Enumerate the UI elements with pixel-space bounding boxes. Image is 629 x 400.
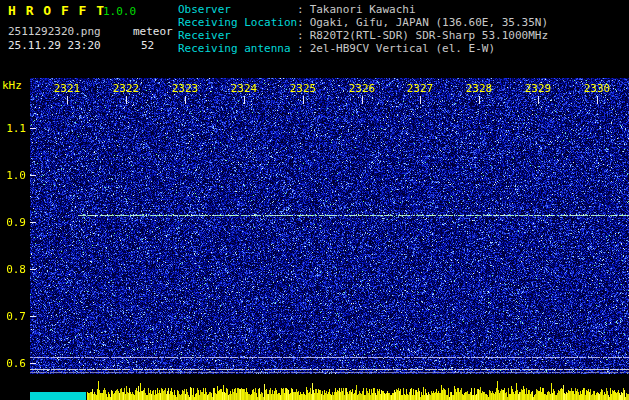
time-label: 2322 — [113, 82, 140, 95]
time-label: 2323 — [172, 82, 199, 95]
freq-tick — [30, 363, 36, 364]
info-value: R820T2(RTL-SDR) SDR-Sharp 53.1000MHz — [310, 29, 548, 42]
app-title: H R O F F T — [8, 3, 105, 18]
observation-datetime: 25.11.29 23:20 — [8, 39, 101, 52]
mode-label: meteor — [133, 25, 173, 38]
freq-label: 0.7 — [0, 310, 26, 323]
info-row-observer: Observer:Takanori Kawachi — [178, 3, 548, 16]
time-tick — [538, 96, 539, 104]
freq-label: 0.8 — [0, 263, 26, 276]
time-tick — [362, 96, 363, 104]
freq-label: 1.0 — [0, 169, 26, 182]
time-label: 2325 — [290, 82, 317, 95]
info-value: 2el-HB9CV Vertical (el. E-W) — [310, 42, 495, 55]
info-row-receiver: Receiver:R820T2(RTL-SDR) SDR-Sharp 53.10… — [178, 29, 548, 42]
hrofft-screenshot: H R O F F T 1.0.0 2511292320.png meteor … — [0, 0, 629, 400]
info-row-location: Receiving Location:Ogaki, Gifu, JAPAN (1… — [178, 16, 548, 29]
freq-tick — [30, 269, 36, 270]
info-value: Takanori Kawachi — [310, 3, 416, 16]
time-label: 2330 — [584, 82, 611, 95]
info-colon: : — [297, 29, 304, 42]
time-label: 2321 — [54, 82, 81, 95]
time-label: 2329 — [525, 82, 552, 95]
time-label: 2326 — [349, 82, 376, 95]
time-tick — [126, 96, 127, 104]
time-tick — [185, 96, 186, 104]
info-colon: : — [297, 16, 304, 29]
app-version: 1.0.0 — [103, 5, 136, 18]
time-tick — [479, 96, 480, 104]
freq-unit-label: kHz — [2, 79, 22, 92]
info-row-antenna: Receiving antenna:2el-HB9CV Vertical (el… — [178, 42, 548, 55]
spectrogram-noise-canvas — [30, 78, 629, 374]
output-filename: 2511292320.png — [8, 25, 101, 38]
freq-tick — [30, 128, 36, 129]
time-tick — [420, 96, 421, 104]
freq-label: 1.1 — [0, 122, 26, 135]
time-tick — [303, 96, 304, 104]
echo-count: 52 — [141, 39, 154, 52]
freq-label: 0.9 — [0, 216, 26, 229]
freq-tick — [30, 316, 36, 317]
info-value: Ogaki, Gifu, JAPAN (136.60E, 35.35N) — [310, 16, 548, 29]
noise-meter-canvas — [30, 374, 629, 400]
header: H R O F F T 1.0.0 2511292320.png meteor … — [0, 0, 629, 78]
time-label: 2324 — [231, 82, 258, 95]
time-tick — [67, 96, 68, 104]
spectrogram: kHz 232123222323232423252326232723282329… — [0, 78, 629, 400]
info-colon: : — [297, 3, 304, 16]
station-info: Observer:Takanori Kawachi Receiving Loca… — [178, 3, 548, 55]
info-label: Receiver — [178, 29, 297, 42]
info-label: Receiving Location — [178, 16, 297, 29]
time-tick — [597, 96, 598, 104]
freq-tick — [30, 222, 36, 223]
freq-label: 0.6 — [0, 357, 26, 370]
info-colon: : — [297, 42, 304, 55]
time-tick — [244, 96, 245, 104]
freq-tick — [30, 175, 36, 176]
info-label: Receiving antenna — [178, 42, 297, 55]
time-label: 2328 — [466, 82, 493, 95]
time-label: 2327 — [407, 82, 434, 95]
info-label: Observer — [178, 3, 297, 16]
